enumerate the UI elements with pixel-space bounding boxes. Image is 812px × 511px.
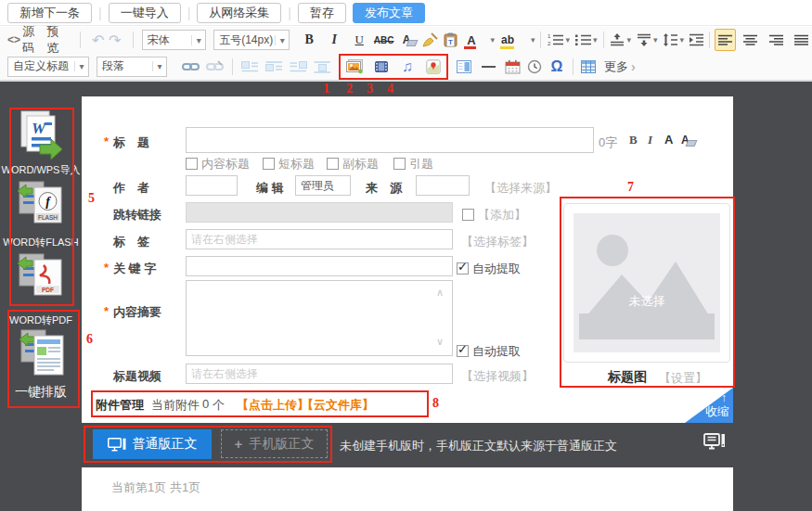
editor-input[interactable] bbox=[295, 175, 351, 196]
undo-icon[interactable]: ↶ bbox=[90, 30, 107, 50]
device-preview-icon[interactable] bbox=[703, 433, 726, 451]
checkbox-unchecked-icon[interactable] bbox=[263, 158, 275, 170]
align-center-button[interactable] bbox=[740, 29, 761, 51]
chevron-down-icon[interactable]: ▾ bbox=[680, 35, 685, 45]
bullet-list-icon[interactable] bbox=[575, 30, 592, 50]
chevron-down-icon[interactable]: ▾ bbox=[531, 35, 535, 45]
cloud-library-link[interactable]: 【云文件库】 bbox=[302, 397, 374, 414]
underline-button[interactable]: U bbox=[351, 30, 367, 50]
collapse-label[interactable]: 收缩 bbox=[705, 403, 729, 420]
title-bold-button[interactable]: B bbox=[629, 133, 638, 147]
title-image-settings-link[interactable]: 【设置】 bbox=[659, 370, 707, 387]
line-height-icon[interactable] bbox=[663, 30, 679, 50]
chevron-down-icon[interactable]: ▾ bbox=[491, 35, 496, 45]
checkbox-checked-icon[interactable]: ✓ bbox=[457, 262, 469, 275]
image-align-inline-icon[interactable] bbox=[265, 57, 283, 77]
ordered-list-icon[interactable]: 12 bbox=[548, 30, 564, 50]
chevron-down-icon[interactable]: ▾ bbox=[593, 35, 598, 45]
columns-icon[interactable] bbox=[456, 57, 472, 77]
word-to-pdf-icon[interactable]: PDF bbox=[16, 250, 66, 304]
image-align-center-icon[interactable] bbox=[314, 57, 331, 77]
italic-button[interactable]: I bbox=[326, 30, 342, 50]
paragraph-space-top-icon[interactable] bbox=[609, 30, 625, 50]
source-code-button[interactable]: <> 源码 bbox=[7, 30, 45, 50]
align-left-button[interactable] bbox=[715, 29, 736, 51]
insert-map-icon[interactable] bbox=[425, 57, 442, 77]
chevron-down-icon[interactable]: ▾ bbox=[565, 35, 570, 45]
subtitle-check-subtitle[interactable]: 副标题 bbox=[327, 156, 379, 172]
indent-icon[interactable] bbox=[688, 30, 704, 50]
insert-video-icon[interactable] bbox=[373, 57, 390, 77]
title-image-placeholder[interactable]: 未选择 bbox=[574, 213, 720, 352]
scroll-up-icon[interactable]: ∧ bbox=[436, 287, 444, 299]
word-import-icon[interactable]: W bbox=[16, 109, 66, 161]
unlink-icon[interactable] bbox=[206, 57, 224, 77]
checkbox-unchecked-icon[interactable] bbox=[393, 158, 406, 170]
add-next-button[interactable]: 新增下一条 bbox=[7, 3, 92, 23]
more-button[interactable]: 更多 › bbox=[604, 57, 636, 77]
title-italic-button[interactable]: I bbox=[648, 133, 652, 147]
title-input[interactable] bbox=[186, 127, 594, 153]
tag-input[interactable] bbox=[186, 229, 453, 249]
word-to-flash-icon[interactable]: fFLASH bbox=[16, 178, 66, 232]
title-style-select[interactable]: 自定义标题 ▾ bbox=[7, 57, 89, 77]
web-collect-button[interactable]: 从网络采集 bbox=[197, 3, 281, 23]
align-justify-button[interactable] bbox=[791, 29, 812, 51]
remove-format-icon[interactable]: A bbox=[398, 30, 415, 50]
title-image-card[interactable]: 未选择 bbox=[563, 203, 730, 363]
keyword-auto-extract[interactable]: ✓自动提取 bbox=[457, 261, 521, 277]
format-painter-icon[interactable] bbox=[421, 30, 438, 50]
highlight-color-button[interactable]: ab bbox=[499, 30, 530, 50]
preview-button[interactable]: 预览 bbox=[47, 30, 71, 50]
paragraph-space-bottom-icon[interactable] bbox=[636, 30, 652, 50]
subtitle-check-lead-title[interactable]: 引题 bbox=[393, 156, 433, 172]
table-icon[interactable] bbox=[580, 57, 597, 77]
select-tag-link[interactable]: 【选择标签】 bbox=[461, 234, 534, 250]
special-char-icon[interactable]: Ω bbox=[548, 57, 565, 77]
source-input[interactable] bbox=[416, 175, 470, 196]
tab-mobile-body[interactable]: + 手机版正文 bbox=[221, 429, 328, 458]
title-video-input[interactable] bbox=[186, 364, 453, 384]
font-family-select[interactable]: 宋体 ▾ bbox=[142, 30, 207, 50]
sidebar-item-one-click-layout-label[interactable]: 一键排版 bbox=[0, 384, 82, 401]
chevron-down-icon[interactable]: ▾ bbox=[626, 35, 631, 45]
subtitle-check-content-title[interactable]: 内容标题 bbox=[186, 156, 250, 172]
insert-music-icon[interactable]: ♫ bbox=[399, 57, 416, 77]
scroll-down-icon[interactable]: ∨ bbox=[436, 336, 444, 348]
align-right-button[interactable] bbox=[766, 29, 787, 51]
jump-link-input[interactable] bbox=[186, 202, 453, 223]
sidebar-item-word-to-pdf-label[interactable]: WORD转PDF bbox=[0, 313, 82, 327]
author-input[interactable] bbox=[186, 175, 238, 196]
sidebar-item-word-import-label[interactable]: WORD/WPS导入 bbox=[0, 163, 82, 177]
summary-textarea[interactable] bbox=[186, 280, 453, 356]
select-source-link[interactable]: 【选择来源】 bbox=[484, 180, 557, 197]
checkbox-unchecked-icon[interactable] bbox=[327, 158, 339, 170]
font-color-button[interactable]: A bbox=[465, 30, 489, 50]
jump-link-enable[interactable]: 【添加】 bbox=[462, 207, 526, 224]
chevron-down-icon[interactable]: ▾ bbox=[653, 35, 658, 45]
keyword-input[interactable] bbox=[186, 256, 453, 276]
sidebar-item-word-to-flash-label[interactable]: WORD转FLASH bbox=[0, 236, 82, 249]
select-video-link[interactable]: 【选择视频】 bbox=[461, 368, 534, 385]
image-align-right-icon[interactable] bbox=[290, 57, 307, 77]
tab-normal-body[interactable]: 普通版正文 bbox=[93, 429, 212, 459]
checkbox-checked-icon[interactable]: ✓ bbox=[457, 345, 469, 357]
publish-button[interactable]: 发布文章 bbox=[353, 3, 425, 23]
link-icon[interactable] bbox=[182, 57, 200, 77]
checkbox-unchecked-icon[interactable] bbox=[462, 209, 474, 221]
horizontal-rule-icon[interactable] bbox=[480, 57, 496, 77]
upload-attachment-link[interactable]: 【点击上传】 bbox=[237, 397, 309, 414]
collapse-arrow-icon[interactable]: ↑ bbox=[721, 391, 727, 404]
clock-icon[interactable] bbox=[526, 57, 543, 77]
subtitle-check-short-title[interactable]: 短标题 bbox=[263, 156, 315, 172]
image-align-left-icon[interactable] bbox=[241, 57, 259, 77]
calendar-icon[interactable] bbox=[504, 57, 521, 77]
redo-icon[interactable]: ↷ bbox=[107, 30, 123, 50]
one-click-import-button[interactable]: 一键导入 bbox=[109, 3, 181, 23]
title-color-button[interactable]: A bbox=[663, 133, 675, 147]
bold-button[interactable]: B bbox=[301, 30, 317, 50]
strikethrough-button[interactable]: ABC bbox=[374, 30, 393, 50]
insert-image-icon[interactable] bbox=[345, 57, 364, 77]
title-remove-format-icon[interactable]: A bbox=[681, 133, 690, 147]
font-size-select[interactable]: 五号(14px) ▾ bbox=[213, 30, 290, 50]
